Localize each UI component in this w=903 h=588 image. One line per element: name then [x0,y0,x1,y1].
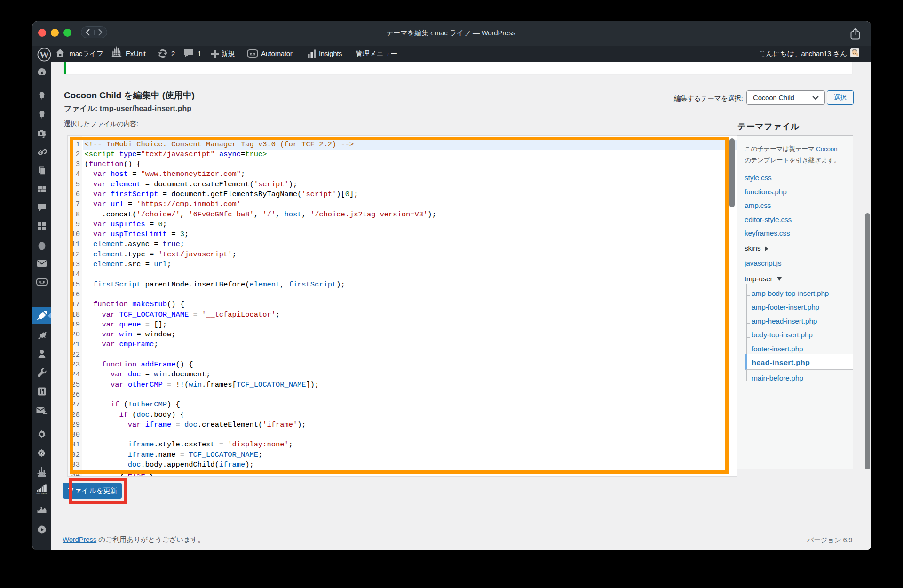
svg-text:WPQUADS: WPQUADS [36,493,47,495]
svg-text:W: W [40,49,49,59]
